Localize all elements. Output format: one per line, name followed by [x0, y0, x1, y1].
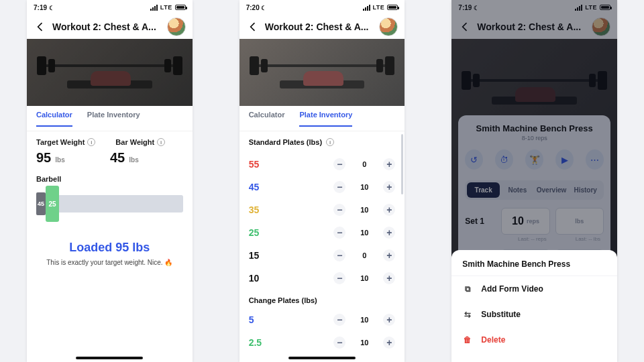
tab-calculator[interactable]: Calculator [249, 111, 285, 127]
plus-button[interactable]: + [383, 249, 395, 261]
back-icon[interactable] [458, 20, 472, 34]
minus-button[interactable]: − [333, 204, 345, 216]
plate-count: 10 [358, 339, 371, 347]
minus-button[interactable]: − [333, 227, 345, 239]
weight-input[interactable]: lbsLast: -- lbs [555, 208, 604, 235]
subtab-notes[interactable]: Notes [501, 182, 534, 198]
minus-button[interactable]: − [333, 314, 345, 326]
reps-input[interactable]: 10repsLast: -- reps [501, 208, 549, 235]
info-icon[interactable]: i [87, 138, 95, 146]
plus-button[interactable]: + [383, 337, 395, 349]
sheet-title: Smith Machine Bench Press [451, 250, 617, 276]
minus-button[interactable]: − [333, 249, 345, 261]
plate-count: 10 [358, 316, 371, 324]
back-icon[interactable] [34, 20, 47, 34]
header: Workout 2: Chest & A... [239, 15, 405, 39]
set-label: Set 1 [465, 217, 496, 226]
subtab-history[interactable]: History [569, 182, 602, 198]
status-time: 7:20 [246, 4, 260, 11]
barbell-icon[interactable]: 🏋 [525, 149, 543, 170]
info-icon[interactable]: i [157, 138, 165, 146]
status-bar: 7:19 ☾ LTE [451, 0, 617, 15]
plate-row-25: 25−10+ [249, 221, 396, 244]
timer-icon[interactable]: ⏱ [495, 149, 513, 170]
minus-button[interactable]: − [333, 337, 345, 349]
target-weight-input[interactable]: 95lbs [36, 150, 90, 166]
minus-button[interactable]: − [333, 158, 345, 170]
tab-calculator[interactable]: Calculator [36, 111, 72, 127]
plus-button[interactable]: + [383, 181, 395, 193]
video-icon[interactable]: ▶ [555, 149, 574, 170]
subtab-overview[interactable]: Overview [535, 182, 568, 198]
plus-button[interactable]: + [383, 272, 395, 284]
plate-row-5: 5−10+ [249, 308, 396, 331]
info-icon[interactable]: i [326, 138, 334, 146]
status-bar: 7:20 ☾ LTE [239, 0, 405, 15]
status-time: 7:19 [458, 4, 472, 11]
avatar[interactable] [592, 17, 610, 36]
signal-icon [575, 5, 582, 11]
page-title: Workout 2: Chest & A... [52, 21, 162, 32]
bar-weight-input[interactable]: 45lbs [110, 150, 164, 166]
avatar[interactable] [167, 17, 186, 36]
signal-icon [150, 5, 158, 11]
moon-icon: ☾ [49, 5, 54, 11]
sheet-item-delete[interactable]: 🗑Delete [451, 327, 617, 353]
tab-plate-inventory[interactable]: Plate Inventory [299, 111, 352, 127]
standard-plates-label: Standard Plates (lbs)i [249, 138, 396, 146]
home-indicator[interactable] [288, 357, 356, 359]
plate-row-10: 10−10+ [249, 267, 396, 290]
signal-icon [363, 5, 370, 11]
plate-row-55: 55−0+ [249, 153, 396, 176]
plate-count: 10 [358, 183, 371, 191]
page-title: Workout 2: Chest & A... [265, 21, 374, 32]
minus-button[interactable]: − [333, 272, 345, 284]
target-weight-label: Target Weighti [36, 138, 95, 146]
subtab-track[interactable]: Track [467, 182, 500, 198]
plus-button[interactable]: + [383, 314, 395, 326]
loaded-headline: Loaded 95 lbs [36, 241, 183, 255]
plate-25: 25 [46, 186, 59, 222]
exercise-name: Smith Machine Bench Press [465, 123, 604, 133]
back-icon[interactable] [246, 20, 260, 34]
plate-row-45: 45−10+ [249, 176, 396, 198]
scrollbar[interactable] [401, 134, 403, 194]
hero-image [27, 39, 193, 106]
last-lbs: Last: -- lbs [576, 236, 600, 242]
hero-image [239, 39, 405, 106]
plus-button[interactable]: + [383, 227, 395, 239]
plate-count: 0 [358, 160, 371, 168]
more-icon[interactable]: ⋯ [586, 149, 604, 170]
plus-button[interactable]: + [383, 204, 395, 216]
moon-icon: ☾ [474, 5, 479, 11]
tabs: Calculator Plate Inventory [27, 106, 193, 131]
history-icon[interactable]: ↺ [465, 149, 483, 170]
network-label: LTE [160, 4, 172, 11]
battery-icon [600, 5, 610, 10]
loaded-subtext: This is exactly your target weight. Nice… [36, 259, 183, 266]
page-title: Workout 2: Chest & A... [477, 21, 586, 32]
last-reps: Last: -- reps [518, 236, 547, 242]
plate-count: 10 [358, 206, 371, 214]
plate-45: 45 [36, 192, 46, 215]
sheet-item-add-video[interactable]: ⧉Add Form Video [451, 276, 617, 302]
status-bar: 7:19 ☾ LTE [27, 0, 193, 15]
minus-button[interactable]: − [333, 181, 345, 193]
barbell-visual: 45 25 [36, 195, 183, 213]
barbell-label: Barbell [36, 175, 183, 183]
avatar[interactable] [379, 17, 398, 36]
network-label: LTE [585, 4, 597, 11]
tab-plate-inventory[interactable]: Plate Inventory [87, 111, 140, 127]
exercise-subtabs: Track Notes Overview History [465, 180, 604, 200]
sheet-item-substitute[interactable]: ⇆Substitute [451, 302, 617, 327]
set-row-1: Set 1 10repsLast: -- reps lbsLast: -- lb… [465, 208, 604, 235]
plate-count: 10 [358, 229, 371, 237]
battery-icon [387, 5, 398, 10]
network-label: LTE [373, 4, 385, 11]
plus-button[interactable]: + [383, 158, 395, 170]
bar-weight-label: Bar Weighti [115, 138, 165, 146]
home-indicator[interactable] [76, 357, 143, 359]
plate-row-15: 15−0+ [249, 244, 396, 267]
moon-icon: ☾ [261, 5, 266, 11]
camera-icon: ⧉ [462, 284, 473, 294]
